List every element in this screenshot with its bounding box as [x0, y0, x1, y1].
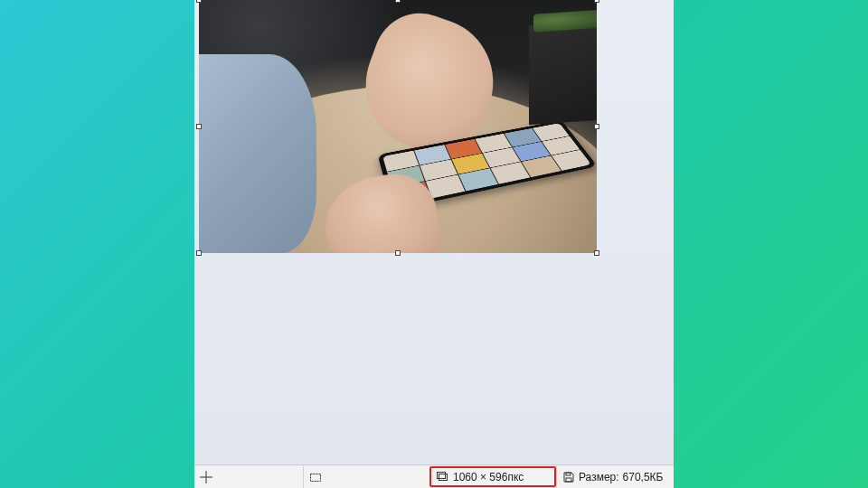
- status-canvas-dimensions: 1060 × 596пкс: [429, 466, 556, 487]
- svg-rect-0: [311, 474, 321, 481]
- file-size-value: 670,5КБ: [623, 471, 664, 483]
- svg-rect-4: [566, 478, 571, 482]
- status-selection-size: [303, 465, 429, 488]
- svg-rect-2: [438, 472, 446, 478]
- resize-handle[interactable]: [395, 250, 401, 256]
- file-size-label: Размер:: [579, 471, 619, 483]
- resize-handle[interactable]: [395, 0, 401, 3]
- canvas-dimensions-value: 1060 × 596пкс: [453, 471, 524, 483]
- disk-icon: [562, 471, 575, 483]
- canvas-area[interactable]: [194, 0, 674, 465]
- status-cursor-position: [194, 465, 303, 488]
- svg-rect-1: [439, 474, 448, 480]
- resize-handle[interactable]: [196, 124, 202, 129]
- status-bar: 1060 × 596пкс Размер: 670,5КБ: [194, 465, 674, 488]
- crosshair-icon: [200, 471, 212, 483]
- status-file-size: Размер: 670,5КБ: [556, 465, 674, 488]
- resize-handle[interactable]: [594, 250, 599, 256]
- canvas-size-icon: [437, 471, 449, 483]
- paint-window: 1060 × 596пкс Размер: 670,5КБ: [194, 0, 674, 488]
- image-on-canvas[interactable]: [199, 0, 597, 253]
- resize-handle[interactable]: [196, 250, 202, 256]
- resize-handle[interactable]: [594, 124, 599, 129]
- resize-handle[interactable]: [196, 0, 202, 3]
- svg-rect-3: [566, 473, 571, 475]
- selection-size-icon: [309, 471, 322, 483]
- photo-content: [199, 0, 597, 253]
- resize-handle[interactable]: [594, 0, 599, 3]
